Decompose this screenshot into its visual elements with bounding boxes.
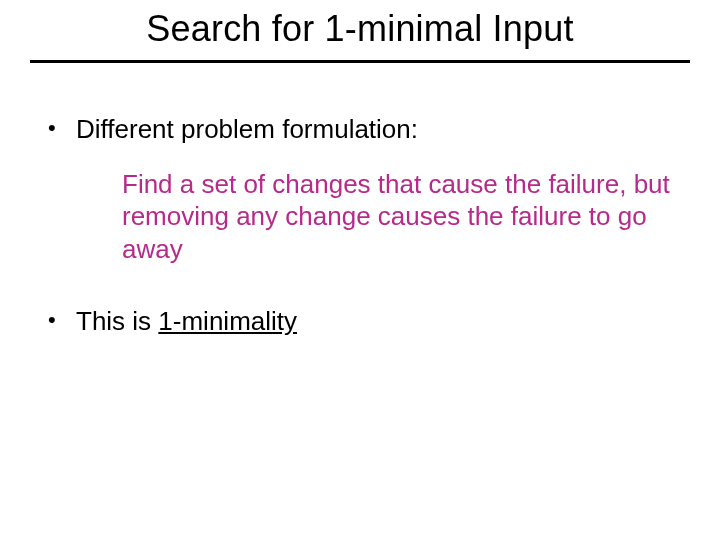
bullet-2: This is 1-minimality — [40, 305, 680, 338]
bullet-1: Different problem formulation: Find a se… — [40, 113, 680, 265]
title-block: Search for 1-minimal Input — [0, 0, 720, 63]
slide-body: Different problem formulation: Find a se… — [0, 63, 720, 338]
slide-title: Search for 1-minimal Input — [0, 8, 720, 56]
bullet-1-text: Different problem formulation: — [76, 114, 418, 144]
bullet-2-term: 1-minimality — [158, 306, 297, 336]
bullet-2-prefix: This is — [76, 306, 158, 336]
slide: Search for 1-minimal Input Different pro… — [0, 0, 720, 540]
bullet-list: Different problem formulation: Find a se… — [40, 113, 680, 338]
bullet-1-sub: Find a set of changes that cause the fai… — [122, 168, 680, 266]
